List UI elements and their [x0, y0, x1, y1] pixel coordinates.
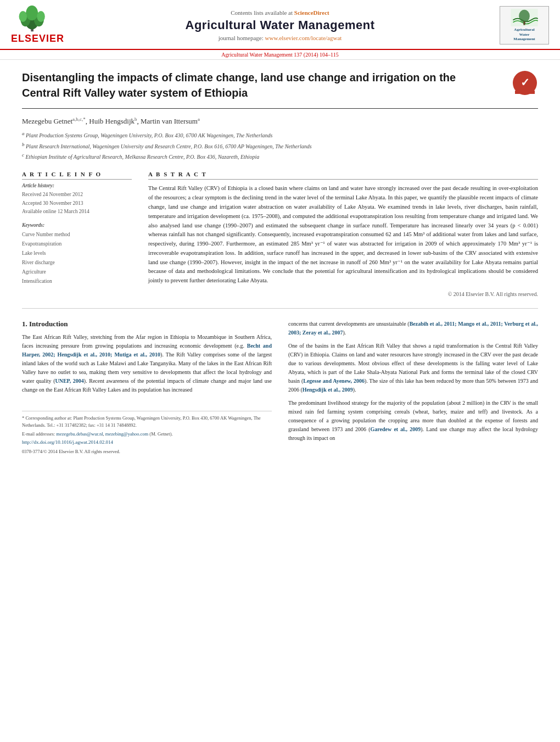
keyword-6: Intensification	[22, 277, 132, 286]
accepted-date: Accepted 30 November 2013	[22, 200, 83, 206]
email-note: E-mail addresses: mezegebu.debas@wur.nl,…	[22, 431, 272, 438]
section-heading: 1. Introduction	[22, 320, 272, 328]
abstract-text: The Central Rift Valley (CRV) of Ethiopi…	[148, 184, 538, 286]
intro-right-para-3: The predominant livelihood strategy for …	[288, 399, 538, 443]
authors-line: Mezegebu Getneta,b,c,*, Huib Hengsdijkb,…	[22, 116, 538, 126]
sciencedirect-link[interactable]: ScienceDirect	[294, 9, 329, 16]
journal-logo-icon	[508, 9, 541, 27]
issn-line: 0378-3774/© 2014 Elsevier B.V. All right…	[22, 448, 272, 455]
ref-legesse[interactable]: Legesse and Ayenew, 2006	[303, 378, 365, 384]
journal-logo-box: Agricultural Water Management	[500, 6, 549, 44]
intro-right-para-1: concerns that current developments are u…	[288, 320, 538, 337]
author-2-name: Huib Hengsdijk	[89, 117, 135, 125]
svg-rect-9	[523, 21, 525, 25]
keywords-list: Curve Number method Evapotranspiration L…	[22, 230, 132, 287]
svg-point-6	[37, 11, 45, 22]
abstract-column: A B S T R A C T The Central Rift Valley …	[148, 171, 538, 297]
article-history-label: Article history:	[22, 183, 132, 188]
affiliation-c: c Ethiopian Institute of Agricultural Re…	[22, 152, 538, 161]
elsevier-label: ELSEVIER	[11, 33, 64, 44]
main-content: Disentangling the impacts of climate cha…	[0, 60, 560, 468]
keyword-4: River discharge	[22, 258, 132, 267]
keyword-2: Evapotranspiration	[22, 239, 132, 249]
svg-text:✓: ✓	[520, 76, 530, 88]
ref-becht[interactable]: Becht and Harper, 2002; Hengsdijk et al.…	[22, 343, 272, 358]
homepage-line: journal homepage: www.elsevier.com/locat…	[77, 35, 483, 41]
intro-left-para-1: The East African Rift Valley, stretching…	[22, 333, 272, 394]
ref-bezabih[interactable]: Bezabih et al., 2011; Mango et al., 2011…	[288, 321, 538, 336]
abstract-label: A B S T R A C T	[148, 171, 538, 180]
keyword-3: Lake levels	[22, 249, 132, 258]
intro-right-para-2: One of the basins in the East African Ri…	[288, 342, 538, 394]
affiliation-b: b Plant Research International, Wagening…	[22, 141, 538, 150]
section-divider	[22, 308, 538, 309]
svg-point-4	[26, 5, 38, 20]
received-date: Received 24 November 2012	[22, 192, 83, 197]
doi-line: http://dx.doi.org/10.1016/j.agwat.2014.0…	[22, 439, 272, 447]
affiliation-a: a Plant Production Systems Group, Wageni…	[22, 130, 538, 140]
keywords-label: Keywords:	[22, 222, 132, 228]
available-date: Available online 12 March 2014	[22, 209, 89, 214]
author-1-name: Mezegebu Getnet	[22, 117, 72, 125]
keyword-5: Agriculture	[22, 267, 132, 277]
journal-logo-right: Agricultural Water Management	[483, 6, 549, 44]
body-right-column: concerns that current developments are u…	[288, 320, 538, 457]
svg-point-5	[19, 11, 27, 22]
journal-info-center: Contents lists available at ScienceDirec…	[77, 9, 483, 41]
ref-unep[interactable]: UNEP, 2004	[55, 378, 83, 384]
page: ELSEVIER Contents lists available at Sci…	[0, 0, 560, 742]
svg-rect-12	[515, 91, 535, 94]
article-info-label: A R T I C L E I N F O	[22, 171, 132, 180]
elsevier-logo: ELSEVIER	[11, 5, 77, 44]
homepage-link[interactable]: www.elsevier.com/locate/agwat	[265, 35, 342, 41]
affiliations-block: a Plant Production Systems Group, Wageni…	[22, 130, 538, 161]
article-dates: Received 24 November 2012 Accepted 30 No…	[22, 191, 132, 216]
journal-ref-line: Agricultural Water Management 137 (2014)…	[0, 50, 560, 60]
sciencedirect-line: Contents lists available at ScienceDirec…	[77, 9, 483, 16]
crossmark-icon: ✓	[512, 70, 538, 96]
publisher-logo-area: ELSEVIER	[11, 5, 77, 44]
author-3-name: Martin van Ittersum	[141, 117, 198, 125]
journal-title: Agricultural Water Management	[77, 18, 483, 32]
corresponding-author-note: * Corresponding author at: Plant Product…	[22, 415, 272, 429]
body-left-column: 1. Introduction The East African Rift Va…	[22, 320, 272, 457]
journal-header: ELSEVIER Contents lists available at Sci…	[0, 0, 560, 50]
ref-hengsdijk[interactable]: Hengsdijk et al., 2009	[303, 387, 353, 393]
ref-garedew[interactable]: Garedew et al., 2009	[371, 426, 421, 432]
email-link-1[interactable]: mezegebu.debas@wur.nl	[56, 431, 103, 437]
elsevier-tree-icon	[11, 5, 55, 33]
introduction-section: 1. Introduction The East African Rift Va…	[22, 320, 538, 457]
article-title-section: Disentangling the impacts of climate cha…	[22, 70, 538, 109]
svg-point-8	[519, 9, 530, 22]
keyword-1: Curve Number method	[22, 230, 132, 239]
article-info-column: A R T I C L E I N F O Article history: R…	[22, 171, 132, 297]
logo-title-text: Agricultural Water Management	[513, 27, 535, 41]
email-link-2[interactable]: mezebing@yahoo.com	[105, 431, 148, 437]
doi-link[interactable]: http://dx.doi.org/10.1016/j.agwat.2014.0…	[22, 439, 113, 445]
footnote-section: * Corresponding author at: Plant Product…	[22, 411, 272, 455]
info-abstract-section: A R T I C L E I N F O Article history: R…	[22, 171, 538, 297]
article-title: Disentangling the impacts of climate cha…	[22, 70, 483, 101]
copyright-line: © 2014 Elsevier B.V. All rights reserved…	[148, 291, 538, 297]
